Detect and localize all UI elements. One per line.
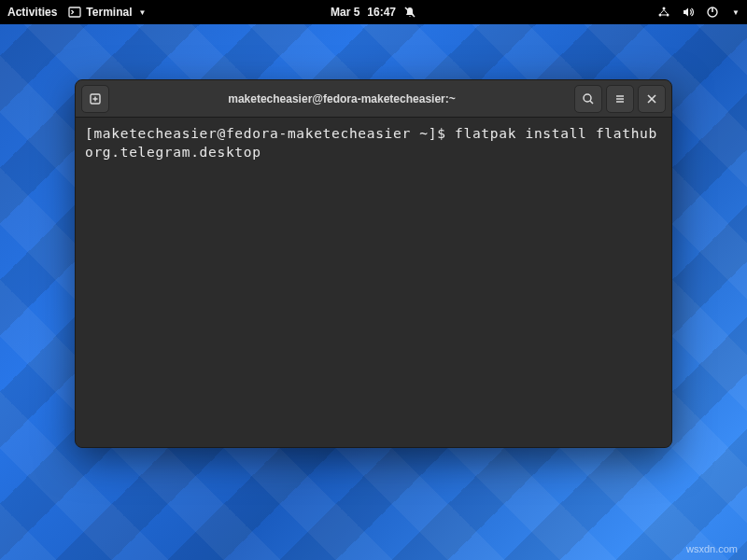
- power-icon: [706, 6, 719, 19]
- time-label: 16:47: [367, 6, 396, 19]
- terminal-content[interactable]: [maketecheasier@fedora-maketecheasier ~]…: [76, 118, 671, 447]
- notification-bell-off-icon: [403, 6, 416, 19]
- app-menu-label: Terminal: [86, 6, 132, 19]
- svg-point-3: [659, 14, 662, 17]
- system-tray[interactable]: ▼: [657, 6, 740, 19]
- app-menu-button[interactable]: Terminal ▼: [68, 6, 146, 19]
- search-button[interactable]: [574, 85, 602, 113]
- svg-point-2: [663, 7, 666, 10]
- watermark-text: wsxdn.com: [686, 543, 738, 554]
- new-tab-button[interactable]: [81, 85, 109, 113]
- window-title: maketecheasier@fedora-maketecheasier:~: [113, 92, 571, 105]
- network-icon: [657, 6, 670, 19]
- shell-prompt: [maketecheasier@fedora-maketecheasier ~]…: [85, 126, 446, 141]
- system-dropdown-icon: ▼: [732, 8, 740, 17]
- date-label: Mar 5: [331, 6, 359, 19]
- svg-point-4: [667, 14, 669, 17]
- svg-rect-0: [69, 7, 80, 17]
- window-titlebar[interactable]: maketecheasier@fedora-maketecheasier:~: [76, 80, 671, 118]
- dropdown-triangle-icon: ▼: [138, 8, 146, 17]
- svg-line-11: [590, 101, 593, 104]
- activities-button[interactable]: Activities: [7, 6, 57, 19]
- terminal-window: maketecheasier@fedora-maketecheasier:~ […: [75, 79, 672, 448]
- volume-icon: [682, 6, 695, 19]
- gnome-topbar: Activities Terminal ▼ Mar 5 16:47 ▼: [0, 0, 747, 24]
- svg-point-10: [584, 94, 591, 102]
- close-button[interactable]: [638, 85, 666, 113]
- clock-area[interactable]: Mar 5 16:47: [331, 6, 416, 19]
- terminal-icon: [68, 6, 81, 19]
- hamburger-menu-button[interactable]: [606, 85, 634, 113]
